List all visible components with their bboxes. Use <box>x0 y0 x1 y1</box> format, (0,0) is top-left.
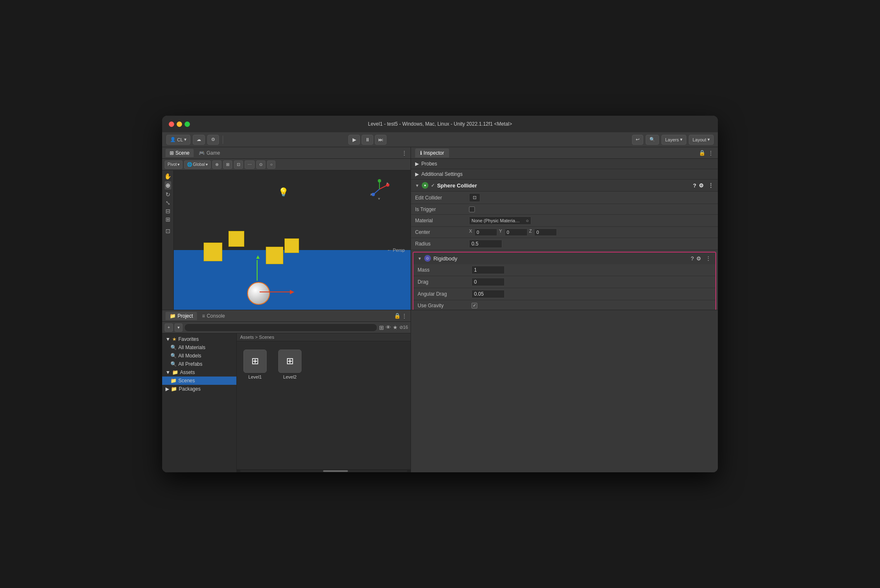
snapping-btn[interactable]: ⋯ <box>245 160 255 169</box>
tree-item[interactable]: ▼ 📁 Assets <box>162 368 236 377</box>
account-button[interactable]: 👤 CL ▾ <box>166 135 190 145</box>
axis-gizmo: y x z <box>369 179 390 199</box>
rect-tool[interactable]: ⊞ <box>223 160 232 169</box>
asset-item[interactable]: ⊞ Level1 <box>240 348 270 381</box>
game-tab-icon: 🎮 <box>199 150 205 156</box>
play-button[interactable]: ▶ <box>348 135 360 145</box>
project-icon: 📁 <box>170 313 176 319</box>
rect-icon[interactable]: ⊟ <box>165 208 170 214</box>
tree-item[interactable]: 🔍 All Prefabs <box>162 360 236 368</box>
project-star-icon[interactable]: ★ <box>393 324 398 330</box>
tree-item[interactable]: ▼ ★ Favorites <box>162 335 236 343</box>
probes-section[interactable]: ▶ Probes <box>411 159 718 169</box>
project-panel: 📁 Project ≡ Console 🔒 ⋮ + ▾ ⊞ 👁 ★ ⊘16 <box>162 310 411 472</box>
asset-name: Level2 <box>283 374 297 379</box>
tab-project[interactable]: 📁 Project <box>165 312 197 320</box>
drag-input[interactable] <box>472 278 505 286</box>
title-bar: Level1 - test5 - Windows, Mac, Linux - U… <box>162 116 718 132</box>
cloud-button[interactable]: ☁ <box>193 135 205 145</box>
radius-input[interactable] <box>469 240 502 248</box>
is-trigger-checkbox[interactable] <box>469 207 475 212</box>
project-eye-icon[interactable]: 👁 <box>386 324 391 330</box>
breadcrumb: Assets > Scenes <box>237 333 411 341</box>
shading-btn[interactable]: ○ <box>267 160 275 169</box>
tree-item[interactable]: ▶ 📁 Packages <box>162 385 236 393</box>
search-button[interactable]: 🔍 <box>646 135 659 145</box>
global-dropdown[interactable]: 🌐 Global▾ <box>184 160 211 169</box>
component-more-icon[interactable]: ⋮ <box>708 182 714 189</box>
tree-item[interactable]: 🔍 All Models <box>162 352 236 360</box>
scene-tab-icon: ⊞ <box>170 150 174 156</box>
add-asset-arrow[interactable]: ▾ <box>175 323 182 332</box>
inspector-tab[interactable]: ℹ Inspector <box>415 148 449 158</box>
tree-item[interactable]: 🔍 All Materials <box>162 343 236 352</box>
material-field[interactable]: None (Physic Materia… ○ <box>469 216 531 225</box>
rotate-icon[interactable]: ↻ <box>165 191 170 198</box>
move-tool[interactable]: ⊕ <box>212 160 221 169</box>
info-icon: ℹ <box>420 150 422 156</box>
tab-scene[interactable]: ⊞ Scene <box>165 149 194 157</box>
mass-row: Mass <box>413 264 715 276</box>
close-button[interactable] <box>169 121 174 127</box>
asset-icon: ⊞ <box>278 350 301 373</box>
tree-item[interactable]: 📁 Scenes <box>162 377 236 385</box>
arrow-down-icon: ▼ <box>165 369 170 375</box>
more-options-icon[interactable]: ⋮ <box>401 150 407 156</box>
main-toolbar: 👤 CL ▾ ☁ ⚙ ▶ ⏸ ⏭ ↩ 🔍 Layers ▾ <box>162 132 718 147</box>
inspector-more-icon[interactable]: ⋮ <box>708 150 714 156</box>
rb-help-icon[interactable]: ? <box>691 255 694 262</box>
asset-icon: ⊞ <box>243 350 267 373</box>
combined-icon[interactable]: ⊞ <box>165 216 170 223</box>
use-gravity-checkbox[interactable]: ✓ <box>472 303 477 309</box>
step-button[interactable]: ⏭ <box>375 135 387 145</box>
hand-tool-icon[interactable]: ✋ <box>164 173 171 180</box>
tab-console[interactable]: ≡ Console <box>198 312 229 320</box>
scale-icon[interactable]: ⤡ <box>165 199 170 206</box>
arrow-right-icon: ▶ <box>415 161 419 167</box>
layers-dropdown[interactable]: Layers ▾ <box>661 135 686 145</box>
angular-drag-input[interactable] <box>472 290 505 298</box>
project-search-input[interactable] <box>184 323 377 332</box>
custom-tool-icon[interactable]: ⊡ <box>165 228 170 234</box>
sphere-collider-header: ▼ ● ✓ Sphere Collider ? ⚙ ⋮ <box>411 180 718 192</box>
add-asset-button[interactable]: + <box>165 323 173 332</box>
scroll-thumb[interactable] <box>323 470 348 472</box>
panel-lock-icon[interactable]: 🔒 <box>394 313 401 319</box>
mass-input[interactable] <box>472 266 505 274</box>
assets-area: Assets > Scenes ⊞ Level1 <box>237 333 411 472</box>
scale-tool[interactable]: ⊡ <box>234 160 243 169</box>
arrow-down-icon: ▼ <box>415 183 419 188</box>
inspector-lock-icon[interactable]: 🔒 <box>699 150 705 156</box>
pivot-dropdown[interactable]: Pivot▾ <box>165 160 182 169</box>
edit-collider-button[interactable]: ⊡ <box>469 193 480 202</box>
collab-button[interactable]: ⚙ <box>207 135 219 145</box>
panel-more-icon[interactable]: ⋮ <box>401 313 407 319</box>
gizmos-btn[interactable]: ⊙ <box>256 160 265 169</box>
undo-button[interactable]: ↩ <box>632 135 643 145</box>
svg-text:y: y <box>378 197 380 199</box>
project-filter-icon[interactable]: ⊞ <box>379 324 384 331</box>
tab-game[interactable]: 🎮 Game <box>194 149 224 157</box>
center-z-input[interactable] <box>534 228 557 236</box>
rigidbody-icon: ⊙ <box>424 255 431 262</box>
additional-settings-section[interactable]: ▶ Additional Settings <box>411 169 718 180</box>
layout-dropdown[interactable]: Layout ▾ <box>689 135 714 145</box>
toolbar-right: ↩ 🔍 Layers ▾ Layout ▾ <box>632 135 714 145</box>
asset-item[interactable]: ⊞ Level2 <box>275 348 305 381</box>
arrow-right-icon: ▶ <box>415 171 419 177</box>
move-icon[interactable]: ⊕ <box>165 181 171 190</box>
component-help-icon[interactable]: ? <box>693 182 696 189</box>
pause-button[interactable]: ⏸ <box>362 135 373 145</box>
center-y-input[interactable] <box>505 228 528 236</box>
center-x-input[interactable] <box>474 228 497 236</box>
minimize-button[interactable] <box>177 121 182 127</box>
radius-row: Radius <box>411 238 718 250</box>
rb-settings-icon[interactable]: ⚙ <box>696 255 701 262</box>
component-settings-icon[interactable]: ⚙ <box>699 182 704 189</box>
rb-more-icon[interactable]: ⋮ <box>705 255 711 262</box>
maximize-button[interactable] <box>185 121 190 127</box>
scene-viewport[interactable]: ▲ ▶ 💡 ← Persp <box>162 170 411 310</box>
sphere-collider-icon: ● <box>422 182 428 189</box>
folder-icon: 📁 <box>171 386 177 392</box>
inspector-panel: ℹ Inspector 🔒 ⋮ ▶ Probes ▶ Additional Se… <box>411 147 718 310</box>
